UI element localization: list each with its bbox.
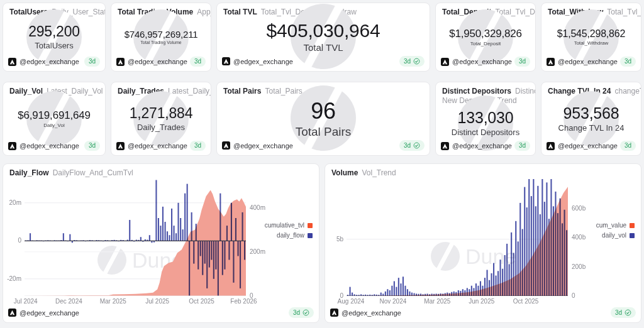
- y-axis-tick-right: 400m: [250, 204, 265, 212]
- refresh-badge[interactable]: 3d: [84, 141, 100, 151]
- stat-card-total-pairs: Total PairsTotal_Pairs 96 Total Pairs @e…: [216, 82, 430, 156]
- card-query-link[interactable]: Vol_Trend: [362, 168, 396, 177]
- chart-plot-area[interactable]: Dune cumulative_tvldaily_flow 20m0-20m40…: [3, 178, 319, 307]
- legend-swatch-icon: [308, 223, 313, 228]
- legend-item[interactable]: daily_flow: [277, 232, 313, 239]
- refresh-badge[interactable]: 3d: [399, 56, 425, 67]
- refresh-badge[interactable]: 3d: [190, 141, 206, 151]
- x-axis-tick: Oct 2025: [186, 298, 218, 305]
- card-title-link[interactable]: Daily_Vol: [9, 87, 43, 96]
- legend-item[interactable]: daily_vol: [602, 232, 635, 239]
- card-title-link[interactable]: Volume: [331, 168, 358, 177]
- chart-card-volume: VolumeVol_Trend Dune cum_valuedaily_vol …: [325, 163, 641, 323]
- y-axis-tick-left: 20m: [3, 199, 21, 207]
- refresh-badge[interactable]: 3d: [514, 141, 530, 151]
- stat-card-daily-trades: Daily_TradesLatest_Daily_Vol 1,271,884 D…: [111, 82, 211, 156]
- stat-card-change-tvl-24: Change TVL In 24changeTvlIn24h 953,568 C…: [541, 82, 641, 156]
- author-link[interactable]: @edgex_exchange: [330, 309, 401, 317]
- refresh-badge[interactable]: 3d: [620, 141, 636, 151]
- card-body: 133,030 Distinct Depositors: [436, 105, 535, 141]
- stat-value: $746,957,269,211: [125, 29, 198, 40]
- card-query-link[interactable]: Distinct_Depos…: [515, 87, 535, 96]
- refresh-badge[interactable]: 3d: [611, 307, 636, 318]
- edgex-logo-icon: [441, 58, 449, 66]
- refresh-badge[interactable]: 3d: [190, 57, 206, 67]
- refresh-badge[interactable]: 3d: [620, 57, 636, 67]
- chart-legend: cumulative_tvldaily_flow: [265, 222, 313, 239]
- y-axis-tick-right: 600b: [572, 205, 586, 212]
- stat-label: Daily_Vol: [43, 123, 64, 128]
- legend-swatch-icon: [630, 223, 635, 228]
- card-title-link[interactable]: Distinct Depositors: [442, 87, 511, 96]
- stat-row-1: TotalUsersDaily_User_Stats 295,200 Total…: [3, 3, 641, 72]
- stat-label: Total_Withdraw: [574, 40, 609, 46]
- author-link[interactable]: @edgex_exchange: [441, 142, 512, 150]
- edgex-logo-icon: [222, 141, 230, 150]
- y-axis-tick-left: 5b: [325, 236, 343, 243]
- x-axis-tick: Feb 2026: [227, 298, 260, 305]
- verified-check-icon: [413, 142, 420, 149]
- card-query-link[interactable]: Total_Pairs: [265, 87, 302, 96]
- y-axis-tick-left: -20m: [3, 275, 21, 283]
- volume-chart[interactable]: [347, 179, 568, 296]
- author-link[interactable]: @edgex_exchange: [8, 142, 79, 150]
- legend-swatch-icon: [308, 233, 313, 238]
- card-title-link[interactable]: Total Pairs: [223, 87, 261, 96]
- author-link[interactable]: @edgex_exchange: [441, 58, 512, 66]
- stat-card-total-users: TotalUsersDaily_User_Stats 295,200 Total…: [3, 3, 106, 72]
- stat-value: 953,568: [564, 104, 619, 123]
- card-query-link[interactable]: changeTvlIn24h: [614, 87, 641, 96]
- x-axis-tick: Jul 2025: [141, 298, 174, 305]
- stat-label: Total TVL: [303, 42, 343, 53]
- x-axis-tick: Aug 2024: [335, 298, 367, 305]
- author-link[interactable]: @edgex_exchange: [8, 309, 79, 317]
- card-title-link[interactable]: Total TVL: [223, 8, 257, 16]
- refresh-badge[interactable]: 3d: [84, 57, 100, 67]
- stat-card-total-deposit: Total_DepositTotal_Tvl_Deposit_… $1,950,…: [435, 3, 536, 72]
- x-axis-tick: Jul 2024: [9, 298, 42, 305]
- stat-label: Change TVL In 24: [558, 123, 625, 133]
- legend-swatch-icon: [630, 233, 635, 238]
- stat-card-total-tvl: Total TVLTotal_Tvl_Deposit_Withdraw $405…: [216, 3, 430, 72]
- chart-legend: cum_valuedaily_vol: [596, 222, 635, 239]
- edgex-logo-icon: [8, 58, 16, 66]
- card-body: 96 Total Pairs: [217, 96, 430, 140]
- stat-value: 96: [311, 98, 336, 124]
- legend-item[interactable]: cumulative_tvl: [265, 222, 313, 229]
- stat-label: Daily_Trades: [137, 123, 185, 132]
- stat-value: 133,030: [458, 109, 514, 127]
- verified-check-icon: [413, 58, 420, 65]
- edgex-logo-icon: [8, 309, 16, 317]
- edgex-logo-icon: [330, 309, 338, 317]
- edgex-logo-icon: [547, 142, 555, 150]
- refresh-badge[interactable]: 3d: [289, 307, 314, 318]
- daily-flow-chart[interactable]: [25, 179, 246, 296]
- stat-label: Total Trading Volume: [140, 40, 181, 45]
- card-body: $746,957,269,211 Total Trading Volume: [111, 17, 211, 57]
- author-link[interactable]: @edgex_exchange: [116, 142, 187, 150]
- y-axis-tick-right: 200b: [572, 263, 586, 271]
- stat-label: Total Pairs: [296, 125, 352, 139]
- author-link[interactable]: @edgex_exchange: [222, 57, 293, 65]
- author-link[interactable]: @edgex_exchange: [116, 58, 187, 66]
- card-query-link[interactable]: Total_Tvl_Deposit…: [607, 8, 641, 16]
- stat-card-total-withdraw: Total_WithdrawTotal_Tvl_Deposit… $1,545,…: [541, 3, 641, 72]
- refresh-badge[interactable]: 3d: [514, 57, 530, 67]
- chart-card-daily-flow: Daily_FlowDailyFlow_And_CumTvl Dune cumu…: [3, 163, 319, 323]
- author-link[interactable]: @edgex_exchange: [8, 58, 79, 66]
- card-query-link[interactable]: DailyFlow_And_CumTvl: [53, 168, 133, 177]
- refresh-badge[interactable]: 3d: [399, 140, 425, 151]
- author-link[interactable]: @edgex_exchange: [547, 58, 618, 66]
- card-query-link[interactable]: App_Index_S…: [197, 8, 211, 16]
- edgex-logo-icon: [8, 142, 16, 150]
- author-link[interactable]: @edgex_exchange: [222, 141, 293, 150]
- verified-check-icon: [303, 309, 309, 316]
- chart-plot-area[interactable]: Dune cum_valuedaily_vol 5b0600b400b200b0…: [325, 178, 641, 307]
- x-axis-tick: Nov 2024: [377, 298, 409, 305]
- stat-value: $1,545,298,862: [557, 28, 625, 40]
- legend-item[interactable]: cum_value: [596, 222, 635, 229]
- author-link[interactable]: @edgex_exchange: [547, 142, 618, 150]
- x-axis-tick: Oct 2025: [509, 298, 542, 305]
- card-title-link[interactable]: Daily_Flow: [9, 168, 49, 177]
- chart-row: Daily_FlowDailyFlow_And_CumTvl Dune cumu…: [3, 163, 641, 323]
